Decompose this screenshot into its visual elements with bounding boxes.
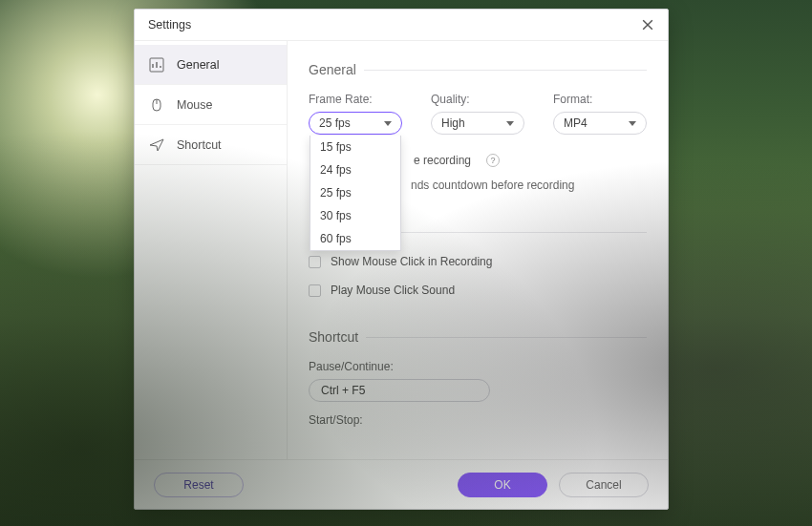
checkbox[interactable] xyxy=(309,256,321,268)
show-mouse-click-label: Show Mouse Click in Recording xyxy=(331,255,492,268)
dropdown-option[interactable]: 25 fps xyxy=(310,181,400,204)
pause-continue-label: Pause/Continue: xyxy=(309,360,668,373)
format-value: MP4 xyxy=(564,116,588,130)
hide-while-recording-text: e recording xyxy=(414,154,471,167)
content-pane: General Frame Rate: 25 fps 15 fps 24 fps… xyxy=(288,41,668,459)
sidebar-item-label: General xyxy=(177,58,219,72)
general-selects-row: Frame Rate: 25 fps 15 fps 24 fps 25 fps … xyxy=(309,93,668,135)
start-stop-label: Start/Stop: xyxy=(309,413,668,427)
section-title-general: General xyxy=(309,62,668,77)
help-icon[interactable]: ? xyxy=(486,154,500,167)
dropdown-option[interactable]: 24 fps xyxy=(310,158,400,181)
dropdown-option[interactable]: 15 fps xyxy=(310,136,400,158)
frame-rate-select[interactable]: 25 fps 15 fps 24 fps 25 fps 30 fps 60 fp… xyxy=(309,112,402,135)
sidebar-item-label: Shortcut xyxy=(177,138,222,152)
dialog-footer: Reset OK Cancel xyxy=(135,459,668,509)
mouse-icon xyxy=(148,96,165,114)
format-label: Format: xyxy=(553,93,647,106)
frame-rate-label: Frame Rate: xyxy=(309,93,402,106)
reset-button[interactable]: Reset xyxy=(154,473,244,497)
settings-dialog: Settings General Mouse xyxy=(134,9,669,510)
window-title: Settings xyxy=(148,18,191,32)
section-title-text: Shortcut xyxy=(309,329,358,345)
chevron-down-icon xyxy=(629,121,636,126)
titlebar: Settings xyxy=(135,10,668,40)
bar-chart-icon xyxy=(148,56,165,74)
format-select[interactable]: MP4 xyxy=(553,112,647,135)
sidebar-item-shortcut[interactable]: Shortcut xyxy=(135,125,287,165)
desktop-background: Settings General Mouse xyxy=(0,0,812,526)
sidebar-item-mouse[interactable]: Mouse xyxy=(135,85,287,125)
chevron-down-icon xyxy=(506,121,514,126)
play-mouse-sound-row[interactable]: Play Mouse Click Sound xyxy=(309,284,668,297)
pause-continue-input[interactable]: Ctrl + F5 xyxy=(309,379,490,402)
paper-plane-icon xyxy=(148,137,165,154)
close-icon xyxy=(642,19,653,31)
quality-field: Quality: High xyxy=(431,93,524,135)
sidebar-item-label: Mouse xyxy=(177,98,213,112)
frame-rate-dropdown: 15 fps 24 fps 25 fps 30 fps 60 fps xyxy=(310,136,401,251)
chevron-down-icon xyxy=(384,121,392,126)
quality-label: Quality: xyxy=(431,93,524,106)
pause-continue-value: Ctrl + F5 xyxy=(321,384,365,397)
quality-select[interactable]: High xyxy=(431,112,524,135)
section-title-shortcut: Shortcut xyxy=(309,329,668,345)
quality-value: High xyxy=(441,116,465,130)
ok-button[interactable]: OK xyxy=(458,473,547,497)
sidebar: General Mouse Shortcut xyxy=(135,41,288,459)
cancel-button[interactable]: Cancel xyxy=(559,473,649,497)
show-mouse-click-row[interactable]: Show Mouse Click in Recording xyxy=(309,255,668,268)
frame-rate-value: 25 fps xyxy=(319,116,351,130)
section-title-text: General xyxy=(309,62,356,77)
dialog-body: General Mouse Shortcut xyxy=(135,40,668,459)
play-mouse-sound-label: Play Mouse Click Sound xyxy=(331,284,455,297)
close-button[interactable] xyxy=(637,14,658,35)
shortcut-section: Shortcut Pause/Continue: Ctrl + F5 Start… xyxy=(309,329,668,427)
checkbox[interactable] xyxy=(309,284,321,297)
dropdown-option[interactable]: 30 fps xyxy=(310,204,400,227)
dropdown-option[interactable]: 60 fps xyxy=(310,227,400,250)
frame-rate-field: Frame Rate: 25 fps 15 fps 24 fps 25 fps … xyxy=(309,93,402,135)
sidebar-item-general[interactable]: General xyxy=(135,45,287,85)
format-field: Format: MP4 xyxy=(553,93,647,135)
